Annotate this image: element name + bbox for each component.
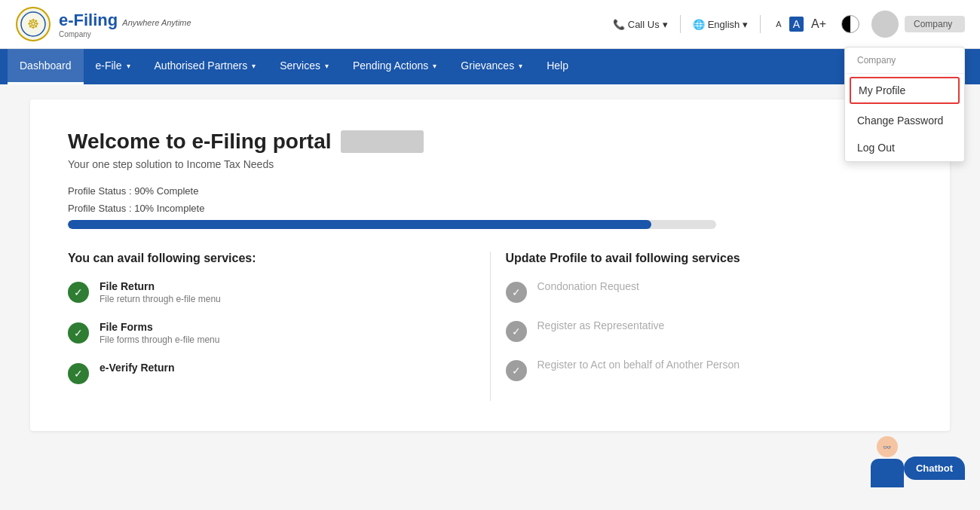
services-grid: You can avail following services: ✓ File…: [68, 252, 912, 401]
profile-status-incomplete: Profile Status : 10% Incomplete: [68, 203, 912, 214]
dropdown-my-profile[interactable]: My Profile: [850, 77, 960, 104]
service-title-file-return: File Return: [100, 280, 221, 292]
divider2: [760, 15, 761, 33]
nav-label-efile: e-File: [96, 60, 122, 72]
nav-label-pending-actions: Pending Actions: [353, 60, 428, 72]
language-chevron-icon: ▾: [743, 19, 748, 30]
top-bar: ☸ e-Filing Anywhere Anytime Company 📞 Ca…: [0, 0, 980, 49]
service-subtitle-file-return: File return through e-file menu: [100, 294, 221, 304]
profile-status-complete: Profile Status : 90% Complete: [68, 185, 912, 197]
user-section[interactable]: Company: [871, 11, 965, 38]
user-name-blur: [341, 130, 424, 153]
language-label: English: [708, 19, 740, 30]
dropdown-log-out[interactable]: Log Out: [845, 134, 964, 161]
progress-bar-container: [68, 220, 716, 229]
dropdown-company-label: Company: [845, 47, 964, 74]
nav-bar: Dashboard e-File ▾ Authorised Partners ▾…: [0, 49, 980, 84]
user-dropdown-menu: Company My Profile Change Password Log O…: [844, 47, 965, 162]
welcome-title: Welcome to e-Filing portal: [68, 130, 912, 154]
profile-status-complete-text: Profile Status : 90% Complete: [68, 185, 912, 197]
service-title-act-behalf: Register to Act on behalf of Another Per…: [537, 359, 740, 371]
services-chevron-icon: ▾: [325, 62, 329, 70]
service-title-everify: e-Verify Return: [100, 362, 175, 374]
nav-label-dashboard: Dashboard: [20, 60, 72, 72]
divider: [680, 15, 681, 33]
user-avatar: [871, 11, 899, 38]
logo-efiling: e-Filing Anywhere Anytime: [59, 11, 191, 30]
service-check-everify: ✓: [68, 363, 89, 384]
nav-item-help[interactable]: Help: [534, 49, 580, 84]
call-us-label: Call Us: [628, 19, 660, 30]
logo-subtitle: Company: [59, 30, 191, 38]
service-check-register-rep: ✓: [506, 321, 527, 342]
service-check-file-forms: ✓: [68, 322, 89, 344]
service-item-everify: ✓ e-Verify Return: [68, 362, 475, 384]
service-check-file-return: ✓: [68, 282, 89, 303]
service-subtitle-file-forms: File forms through e-file menu: [100, 334, 219, 345]
nav-item-dashboard[interactable]: Dashboard: [8, 49, 84, 84]
font-small-button[interactable]: A: [773, 18, 784, 30]
language-button[interactable]: 🌐 English ▾: [693, 19, 749, 30]
main-content: Welcome to e-Filing portal Your one step…: [30, 99, 950, 431]
nav-item-efile[interactable]: e-File ▾: [84, 49, 142, 84]
log-out-label: Log Out: [857, 142, 895, 154]
welcome-title-text: Welcome to e-Filing portal: [68, 130, 332, 154]
service-item-file-return: ✓ File Return File return through e-file…: [68, 280, 475, 304]
service-text-act-behalf: Register to Act on behalf of Another Per…: [537, 359, 740, 372]
chatbot-widget: 👓 Chatbot: [871, 436, 965, 446]
grievances-chevron-icon: ▾: [519, 62, 522, 70]
emblem-icon: ☸: [15, 6, 51, 42]
svg-text:☸: ☸: [27, 17, 39, 32]
phone-icon: 📞: [613, 19, 625, 30]
font-large-button[interactable]: A+: [808, 16, 829, 32]
font-controls: A A A+: [773, 16, 829, 32]
user-name-badge: Company: [905, 16, 965, 32]
globe-icon: 🌐: [693, 19, 705, 30]
nav-label-help: Help: [547, 60, 568, 72]
nav-label-authorised-partners: Authorised Partners: [155, 60, 248, 72]
service-text-file-forms: File Forms File forms through e-file men…: [100, 321, 219, 345]
font-medium-button[interactable]: A: [789, 17, 804, 32]
service-text-file-return: File Return File return through e-file m…: [100, 280, 221, 304]
logo-section: ☸ e-Filing Anywhere Anytime Company: [15, 6, 191, 42]
available-services-column: You can avail following services: ✓ File…: [68, 252, 490, 401]
service-check-condonation: ✓: [506, 282, 527, 303]
chatbot-avatar-head: 👓: [877, 436, 898, 446]
nav-label-services: Services: [280, 60, 320, 72]
nav-item-grievances[interactable]: Grievances ▾: [449, 49, 534, 84]
service-text-register-rep: Register as Representative: [537, 319, 665, 333]
progress-bar-fill: [68, 220, 651, 229]
profile-status-incomplete-text: Profile Status : 10% Incomplete: [68, 203, 912, 214]
top-bar-actions: 📞 Call Us ▾ 🌐 English ▾ A A A+ Company: [613, 11, 965, 38]
service-item-act-behalf: ✓ Register to Act on behalf of Another P…: [506, 359, 898, 381]
efile-chevron-icon: ▾: [127, 62, 130, 70]
service-title-condonation: Condonation Request: [537, 280, 639, 292]
contrast-button[interactable]: [841, 15, 859, 33]
nav-item-authorised-partners[interactable]: Authorised Partners ▾: [142, 49, 268, 84]
call-chevron-icon: ▾: [663, 19, 668, 30]
logo-text: e-Filing Anywhere Anytime Company: [59, 11, 191, 38]
pending-chevron-icon: ▾: [433, 62, 436, 70]
nav-item-services[interactable]: Services ▾: [268, 49, 341, 84]
my-profile-label: My Profile: [859, 84, 905, 96]
nav-item-pending-actions[interactable]: Pending Actions ▾: [341, 49, 449, 84]
service-item-register-rep: ✓ Register as Representative: [506, 319, 898, 342]
chatbot-glasses-icon: 👓: [883, 444, 891, 446]
update-services-column: Update Profile to avail following servic…: [491, 252, 913, 401]
available-services-heading: You can avail following services:: [68, 252, 475, 265]
call-us-button[interactable]: 📞 Call Us ▾: [613, 19, 668, 30]
dropdown-change-password[interactable]: Change Password: [845, 107, 964, 134]
service-item-file-forms: ✓ File Forms File forms through e-file m…: [68, 321, 475, 345]
change-password-label: Change Password: [857, 115, 943, 127]
service-title-register-rep: Register as Representative: [537, 319, 665, 331]
service-text-condonation: Condonation Request: [537, 280, 639, 294]
service-text-everify: e-Verify Return: [100, 362, 175, 375]
update-services-heading: Update Profile to avail following servic…: [506, 252, 898, 265]
service-title-file-forms: File Forms: [100, 321, 219, 333]
welcome-section: Welcome to e-Filing portal Your one step…: [68, 130, 912, 229]
auth-partners-chevron-icon: ▾: [252, 62, 256, 70]
service-check-act-behalf: ✓: [506, 360, 527, 381]
nav-label-grievances: Grievances: [461, 60, 514, 72]
welcome-subtitle: Your one step solution to Income Tax Nee…: [68, 158, 912, 170]
service-item-condonation: ✓ Condonation Request: [506, 280, 898, 303]
